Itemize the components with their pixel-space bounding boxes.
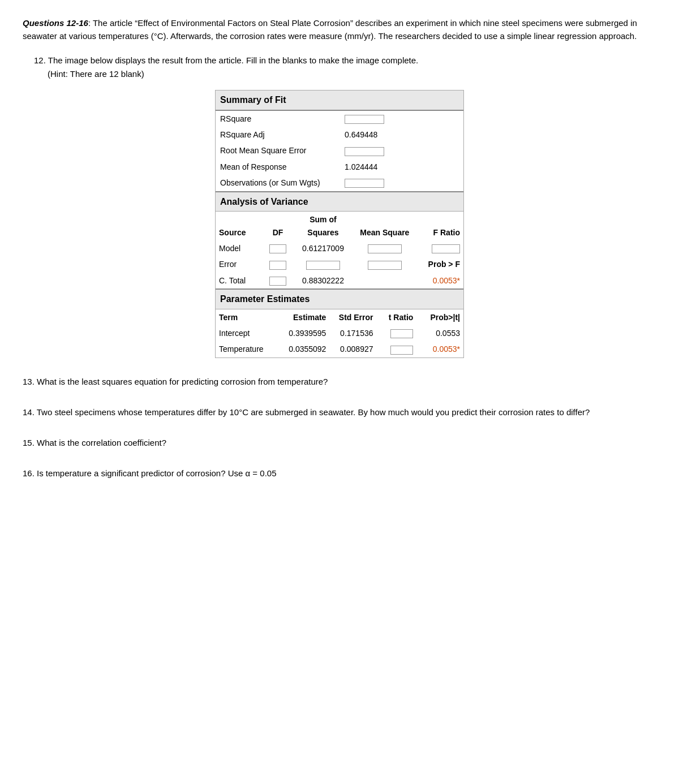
rsquare-label: RSquare — [216, 111, 340, 127]
param-table: Term Estimate Std Error t Ratio Prob>|t|… — [216, 309, 463, 357]
rmse-value — [340, 143, 463, 158]
error-fr-label: Prob > F — [415, 256, 463, 272]
q12-label: 12. The image below displays the result … — [34, 54, 656, 81]
intro-paragraph: Questions 12-16: The article “Effect of … — [23, 17, 656, 42]
question-14: 14. Two steel specimens whose temperatur… — [23, 406, 656, 419]
table-row: RSquare — [216, 111, 463, 127]
rsquare-value — [340, 111, 463, 127]
anova-row-error: Error Prob > F — [216, 256, 463, 272]
param-col-prob: Prob>|t| — [416, 309, 463, 325]
temperature-estimate: 0.0355092 — [276, 341, 329, 357]
anova-col-source: Source — [216, 212, 264, 240]
intercept-estimate: 0.3939595 — [276, 325, 329, 341]
rmse-label: Root Mean Square Error — [216, 143, 340, 158]
mean-response-label: Mean of Response — [216, 159, 340, 175]
q13-text: 13. What is the least squares equation f… — [23, 375, 656, 389]
param-header-row: Term Estimate Std Error t Ratio Prob>|t| — [216, 309, 463, 325]
question-16: 16. Is temperature a significant predict… — [23, 467, 656, 480]
summary-fit-title: Summary of Fit — [216, 91, 463, 111]
param-row-temperature: Temperature 0.0355092 0.008927 0.0053* — [216, 341, 463, 357]
model-ms — [354, 240, 415, 256]
param-col-stderr: Std Error — [329, 309, 376, 325]
anova-col-ss: Sum ofSquares — [293, 212, 354, 240]
table-row: Observations (or Sum Wgts) — [216, 175, 463, 191]
temperature-tratio — [377, 341, 417, 357]
anova-col-fr: F Ratio — [415, 212, 463, 240]
question-12: 12. The image below displays the result … — [23, 54, 656, 358]
mean-response-value: 1.024444 — [340, 159, 463, 175]
param-col-estimate: Estimate — [276, 309, 329, 325]
param-row-intercept: Intercept 0.3939595 0.171536 0.0553 — [216, 325, 463, 341]
ctotal-ss: 0.88302222 — [293, 273, 354, 288]
ctotal-fr: 0.0053* — [415, 273, 463, 288]
ctotal-source: C. Total — [216, 273, 264, 288]
error-source: Error — [216, 256, 264, 272]
q14-text: 14. Two steel specimens whose temperatur… — [23, 406, 656, 419]
question-15: 15. What is the correlation coefficient? — [23, 436, 656, 450]
error-ms — [354, 256, 415, 272]
error-df — [264, 256, 293, 272]
intercept-stderr: 0.171536 — [329, 325, 376, 341]
table-row: Root Mean Square Error — [216, 143, 463, 158]
ctotal-df — [264, 273, 293, 288]
questions-label: Questions 12-16 — [23, 18, 88, 28]
intercept-term: Intercept — [216, 325, 276, 341]
observations-value — [340, 175, 463, 191]
temperature-term: Temperature — [216, 341, 276, 357]
anova-col-ms: Mean Square — [354, 212, 415, 240]
param-title: Parameter Estimates — [216, 288, 463, 309]
model-source: Model — [216, 240, 264, 256]
intro-text: : The article “Effect of Environmental F… — [23, 18, 637, 41]
param-col-tratio: t Ratio — [377, 309, 417, 325]
model-ss: 0.61217009 — [293, 240, 354, 256]
ctotal-ms — [354, 273, 415, 288]
anova-row-ctotal: C. Total 0.88302222 0.0053* — [216, 273, 463, 288]
stats-table-container: Summary of Fit RSquare RSquare Adj 0.649… — [215, 90, 464, 358]
rsquare-adj-value: 0.649448 — [340, 127, 463, 143]
error-ss — [293, 256, 354, 272]
intercept-tratio — [377, 325, 417, 341]
question-13: 13. What is the least squares equation f… — [23, 375, 656, 389]
model-df — [264, 240, 293, 256]
ctotal-fr-value: 0.0053* — [433, 276, 460, 285]
temperature-stderr: 0.008927 — [329, 341, 376, 357]
model-fr — [415, 240, 463, 256]
param-col-term: Term — [216, 309, 276, 325]
table-row: RSquare Adj 0.649448 — [216, 127, 463, 143]
summary-fit-table: RSquare RSquare Adj 0.649448 Root Mean S… — [216, 111, 463, 191]
q15-text: 15. What is the correlation coefficient? — [23, 436, 656, 450]
intercept-prob: 0.0553 — [416, 325, 463, 341]
anova-title: Analysis of Variance — [216, 191, 463, 212]
anova-col-df: DF — [264, 212, 293, 240]
anova-header-row: Source DF Sum ofSquares Mean Square F Ra… — [216, 212, 463, 240]
q16-text: 16. Is temperature a significant predict… — [23, 467, 656, 480]
rsquare-adj-label: RSquare Adj — [216, 127, 340, 143]
anova-table: Source DF Sum ofSquares Mean Square F Ra… — [216, 212, 463, 288]
anova-row-model: Model 0.61217009 — [216, 240, 463, 256]
observations-label: Observations (or Sum Wgts) — [216, 175, 340, 191]
temperature-prob: 0.0053* — [416, 341, 463, 357]
table-row: Mean of Response 1.024444 — [216, 159, 463, 175]
